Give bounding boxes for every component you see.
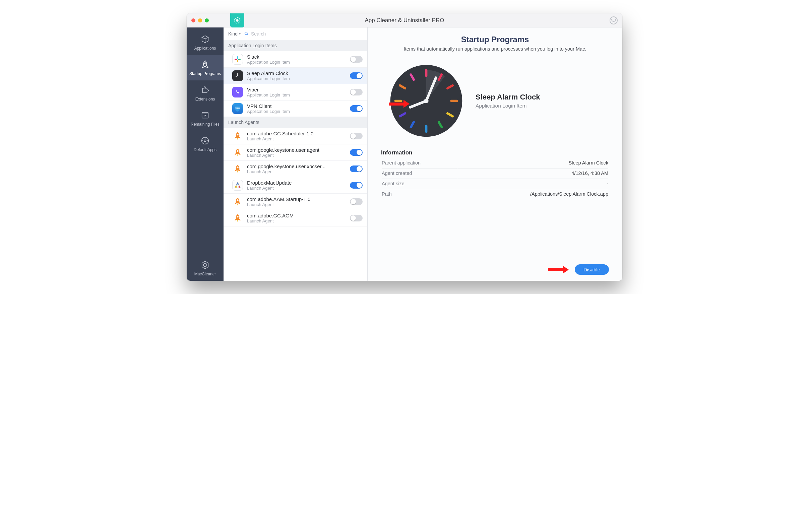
sidebar-item-default-apps[interactable]: Default Apps <box>187 131 224 157</box>
list-item-name: com.adobe.GC.AGM <box>247 213 346 218</box>
list-item-subtitle: Application Login Item <box>247 92 346 97</box>
sidebar-item-maccleaner[interactable]: MacCleaner <box>187 255 224 281</box>
dropbox-icon <box>232 180 243 191</box>
svg-point-22 <box>235 186 237 188</box>
sidebar-item-extensions[interactable]: Extensions <box>187 81 224 106</box>
sidebar-item-label: MacCleaner <box>194 272 216 277</box>
list-item[interactable]: Slack Application Login Item <box>224 51 367 68</box>
rocket-icon <box>232 147 243 158</box>
list-item[interactable]: DropboxMacUpdate Launch Agent <box>224 177 367 194</box>
sidebar-item-label: Remaining Files <box>191 122 220 127</box>
search-field[interactable] <box>244 31 363 36</box>
info-key: Agent created <box>382 168 457 178</box>
feedback-icon[interactable] <box>609 16 618 24</box>
info-key: Parent application <box>382 158 457 167</box>
info-row: Path/Applications/Sleep Alarm Clock.app <box>382 189 608 199</box>
list-item-subtitle: Launch Agent <box>247 218 346 224</box>
annotation-arrow-icon <box>389 100 410 108</box>
info-value: - <box>458 179 608 188</box>
svg-marker-6 <box>202 261 208 269</box>
enable-toggle[interactable] <box>350 89 363 95</box>
enable-toggle[interactable] <box>350 182 363 189</box>
info-table: Parent applicationSleep Alarm ClockAgent… <box>381 157 609 199</box>
enable-toggle[interactable] <box>350 105 363 112</box>
sort-kind-button[interactable]: Kind ▾ <box>228 31 241 36</box>
sidebar-item-label: Startup Programs <box>189 72 221 76</box>
svg-text:VPN: VPN <box>235 107 240 109</box>
detail-subtitle: Items that automatically run application… <box>381 46 609 52</box>
detail-pane: Startup Programs Items that automaticall… <box>368 28 622 281</box>
search-icon <box>244 31 249 36</box>
app-window: App Cleaner & Uninstaller PRO Applicatio… <box>187 13 622 281</box>
detail-heading: Startup Programs <box>381 35 609 44</box>
detail-hero: Sleep Alarm Clock Application Login Item <box>381 60 609 148</box>
list-item[interactable]: com.google.keystone.user.xpcser... Launc… <box>224 161 367 177</box>
enable-toggle[interactable] <box>350 56 363 63</box>
detail-hero-text: Sleep Alarm Clock Application Login Item <box>476 93 540 109</box>
list-item[interactable]: com.adobe.AAM.Startup-1.0 Launch Agent <box>224 194 367 210</box>
enable-toggle[interactable] <box>350 149 363 156</box>
list-item[interactable]: com.google.keystone.user.agent Launch Ag… <box>224 144 367 161</box>
disable-button[interactable]: Disable <box>575 264 609 275</box>
detail-app-name: Sleep Alarm Clock <box>476 93 540 102</box>
list-item-name: Viber <box>247 87 346 92</box>
svg-line-9 <box>247 34 248 35</box>
list-item[interactable]: com.adobe.GC.Scheduler-1.0 Launch Agent <box>224 128 367 144</box>
list-item-subtitle: Application Login Item <box>247 76 346 81</box>
info-row: Agent size- <box>382 179 608 188</box>
enable-toggle[interactable] <box>350 215 363 221</box>
enable-toggle[interactable] <box>350 72 363 79</box>
list-item-subtitle: Launch Agent <box>247 169 346 174</box>
sidebar-item-startup-programs[interactable]: Startup Programs <box>187 55 224 81</box>
list-item-subtitle: Launch Agent <box>247 136 346 141</box>
detail-info: Information Parent applicationSleep Alar… <box>381 148 609 199</box>
sidebar-item-applications[interactable]: Applications <box>187 30 224 55</box>
svg-point-8 <box>245 32 248 35</box>
list-item-name: Sleep Alarm Clock <box>247 70 346 76</box>
list-item-name: com.adobe.GC.Scheduler-1.0 <box>247 131 346 136</box>
rocket-icon <box>232 196 243 207</box>
list-item-subtitle: Launch Agent <box>247 185 346 191</box>
info-value: Sleep Alarm Clock <box>458 158 608 167</box>
enable-toggle[interactable] <box>350 165 363 172</box>
list-pane: Kind ▾ Application Login Items Slack App… <box>224 28 368 281</box>
list-item[interactable]: com.adobe.GC.AGM Launch Agent <box>224 210 367 227</box>
svg-point-24 <box>237 199 238 201</box>
info-key: Agent size <box>382 179 457 188</box>
detail-footer: Disable <box>381 259 609 275</box>
enable-toggle[interactable] <box>350 133 363 139</box>
list-item[interactable]: VPN VPN Client Application Login Item <box>224 101 367 117</box>
clock-icon <box>232 70 243 81</box>
list-section-header: Launch Agents <box>224 117 367 128</box>
svg-point-23 <box>238 186 240 188</box>
enable-toggle[interactable] <box>350 198 363 205</box>
vpn-icon: VPN <box>232 103 243 114</box>
list-item[interactable]: Sleep Alarm Clock Application Login Item <box>224 68 367 84</box>
list-item-subtitle: Launch Agent <box>247 153 346 158</box>
info-row: Parent applicationSleep Alarm Clock <box>382 158 608 167</box>
slack-icon <box>232 54 243 65</box>
svg-rect-3 <box>202 112 208 118</box>
search-input[interactable] <box>251 31 363 36</box>
svg-point-41 <box>424 99 428 103</box>
rocket-icon <box>232 163 243 174</box>
svg-point-18 <box>237 134 238 135</box>
list-item-name: DropboxMacUpdate <box>247 180 346 185</box>
list-item-subtitle: Application Login Item <box>247 109 346 114</box>
list-item-name: VPN Client <box>247 103 346 109</box>
list-section-header: Application Login Items <box>224 40 367 51</box>
svg-point-25 <box>237 216 238 217</box>
svg-point-20 <box>237 166 238 168</box>
list-item-subtitle: Launch Agent <box>247 202 346 207</box>
titlebar: App Cleaner & Uninstaller PRO <box>187 13 622 28</box>
list-item-name: Slack <box>247 54 346 60</box>
info-key: Path <box>382 189 457 199</box>
rocket-icon <box>232 131 243 141</box>
list-item-subtitle: Application Login Item <box>247 60 346 65</box>
svg-rect-10 <box>237 56 238 59</box>
sidebar-item-remaining-files[interactable]: Remaining Files <box>187 106 224 131</box>
list-item[interactable]: Viber Application Login Item <box>224 84 367 101</box>
info-value: /Applications/Sleep Alarm Clock.app <box>458 189 608 199</box>
viber-icon <box>232 87 243 97</box>
info-value: 4/12/16, 4:38 AM <box>458 168 608 178</box>
